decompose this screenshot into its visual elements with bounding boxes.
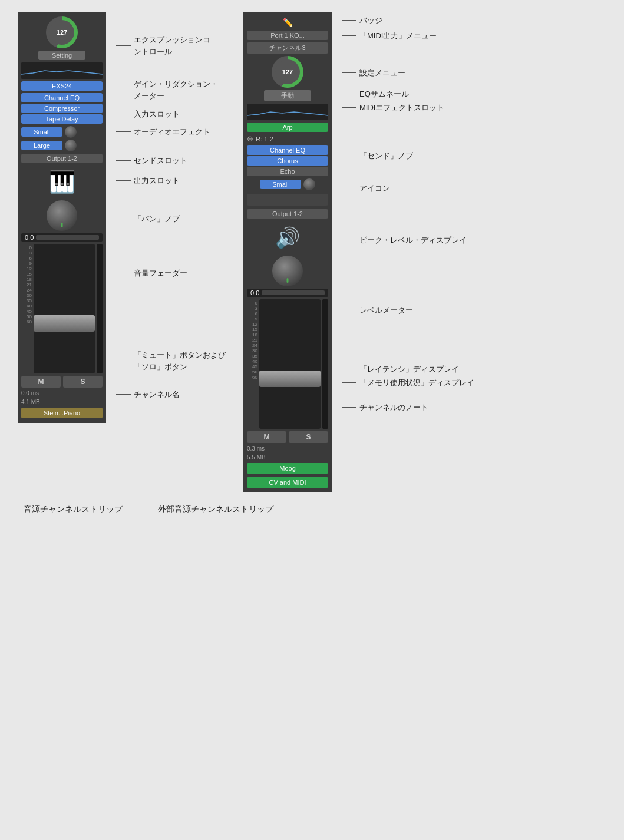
- right-audio-effects-group: Channel EQ Chorus Echo: [247, 145, 328, 176]
- main-container: 127 Setting EXS24 Channel EQ: [0, 0, 624, 527]
- send-row-small: Small: [21, 126, 103, 138]
- right-section: ✏️ Port 1 KO... チャンネル3 127 手動: [243, 12, 474, 492]
- level-meter-left: [97, 244, 103, 373]
- right-send-small[interactable]: Small: [260, 180, 301, 189]
- output-slot[interactable]: Output 1-2: [21, 154, 103, 163]
- eq-thumbnail: [247, 104, 328, 120]
- ann-settings-menu: 設定メニュー: [339, 67, 474, 79]
- speaker-icon: 🔊: [275, 226, 300, 249]
- ann-midi-output: 「MIDI出力」メニュー: [339, 30, 474, 42]
- channel-note[interactable]: CV and MIDI: [247, 477, 328, 488]
- ann-send-slot: センドスロット: [113, 155, 226, 167]
- ann-channel-name: チャンネル名: [113, 389, 226, 401]
- right-expression-value: 127: [275, 59, 300, 84]
- right-fader-track[interactable]: [259, 299, 321, 429]
- send-group: Small Large: [21, 126, 103, 151]
- right-output-slot[interactable]: Output 1-2: [247, 209, 328, 219]
- right-peak-bar: [262, 290, 325, 295]
- link-icon: ⊕: [247, 134, 253, 143]
- instrument-icon: 🎹: [49, 170, 75, 194]
- peak-display: 0.0: [21, 233, 103, 242]
- right-channel-name[interactable]: Moog: [247, 463, 328, 474]
- expression-value: 127: [49, 20, 74, 45]
- icon-area: 🎹: [44, 166, 80, 198]
- ann-eq-thumbnail: EQサムネール: [339, 88, 474, 100]
- right-mute-button[interactable]: M: [247, 431, 286, 443]
- pan-knob[interactable]: [47, 200, 77, 231]
- right-pan-knob[interactable]: [272, 256, 303, 286]
- ann-volume-fader: 音量フェーダー: [113, 267, 226, 279]
- fader-thumb[interactable]: [34, 315, 95, 332]
- mute-solo-row: M S: [21, 376, 103, 388]
- send-knob-large[interactable]: [65, 140, 77, 151]
- expression-knob[interactable]: 127: [46, 16, 78, 48]
- ann-pan-knob: 「パン」ノブ: [113, 213, 226, 225]
- ann-gain-reduction: ゲイン・リダクション・ メーター: [113, 78, 226, 101]
- right-effect-channel-eq[interactable]: Channel EQ: [247, 145, 328, 155]
- memory-display: 4.1 MB: [21, 399, 103, 405]
- setting-button[interactable]: Setting: [38, 51, 85, 60]
- svg-rect-0: [21, 62, 103, 79]
- mute-button[interactable]: M: [21, 376, 61, 388]
- latency-display: 0.0 ms: [21, 390, 103, 396]
- ann-peak-level: ピーク・レベル・ディスプレイ: [339, 234, 474, 246]
- ann-channel-note: チャンネルのノート: [339, 402, 474, 414]
- right-solo-button[interactable]: S: [289, 431, 328, 443]
- right-send-placeholder: [247, 194, 328, 206]
- ann-icon: アイコン: [339, 183, 474, 194]
- ann-send-knob: 「センド」ノブ: [339, 150, 474, 162]
- right-peak-display: 0.0: [247, 289, 328, 297]
- left-channel-strip: 127 Setting EXS24 Channel EQ: [18, 12, 106, 423]
- right-effect-chorus[interactable]: Chorus: [247, 156, 328, 166]
- solo-button[interactable]: S: [63, 376, 103, 388]
- ann-audio-effects: オーディオエフェクト: [113, 126, 226, 138]
- right-effect-echo[interactable]: Echo: [247, 167, 328, 176]
- badge-area: ✏️: [247, 16, 328, 28]
- peak-bar: [36, 235, 99, 240]
- midi-effect-slot[interactable]: Arp: [247, 123, 328, 132]
- right-memory-display: 5.5 MB: [247, 454, 328, 461]
- ann-memory-display: 「メモリ使用状況」ディスプレイ: [339, 377, 474, 389]
- effect-channel-eq[interactable]: Channel EQ: [21, 93, 103, 102]
- ann-badge: バッジ: [339, 15, 474, 27]
- send-large[interactable]: Large: [21, 141, 62, 150]
- right-send-knob[interactable]: [303, 178, 315, 190]
- router-row: ⊕ R: 1-2: [247, 134, 328, 143]
- send-row-large: Large: [21, 140, 103, 151]
- right-peak-value: 0.0: [250, 289, 259, 296]
- expression-knob-container: 127: [21, 16, 103, 48]
- badge-icon: ✏️: [283, 18, 293, 27]
- midi-channel-button[interactable]: チャンネル3: [247, 42, 328, 54]
- effect-tape-delay[interactable]: Tape Delay: [21, 114, 103, 124]
- ann-input-slot: 入力スロット: [113, 108, 226, 120]
- right-icon-area: 🔊: [270, 221, 305, 253]
- right-latency-display: 0.3 ms: [247, 445, 328, 452]
- ann-midi-effect-slot: MIDIエフェクトスロット: [339, 102, 474, 114]
- channel-name[interactable]: Stein...Piano: [21, 408, 103, 418]
- effect-compressor[interactable]: Compressor: [21, 104, 103, 113]
- midi-port-button[interactable]: Port 1 KO...: [247, 31, 328, 40]
- left-section: 127 Setting EXS24 Channel EQ: [18, 12, 226, 492]
- send-small[interactable]: Small: [21, 127, 62, 137]
- right-expression-knob[interactable]: 127: [272, 56, 303, 88]
- fader-area: 0 3 6 9 12 15 18 21 24 30 35 40 45 50: [21, 244, 103, 373]
- router-label: R: 1-2: [256, 135, 273, 143]
- fader-track[interactable]: [34, 244, 95, 373]
- left-page-title: 音源チャンネルストリップ: [24, 504, 123, 515]
- level-meter-right: [322, 299, 328, 429]
- audio-effects-group: Channel EQ Compressor Tape Delay: [21, 93, 103, 124]
- full-layout: 127 Setting EXS24 Channel EQ: [18, 12, 606, 492]
- page-title-row: 音源チャンネルストリップ 外部音源チャンネルストリップ: [18, 504, 606, 515]
- input-slot[interactable]: EXS24: [21, 81, 103, 91]
- right-annotations: バッジ 「MIDI出力」メニュー 設定メニュー EQサムネール: [332, 12, 474, 413]
- send-knob-small[interactable]: [65, 126, 77, 138]
- gain-reduction-meter: [21, 62, 103, 79]
- right-send-row: Small: [260, 178, 315, 190]
- right-expression-knob-container: 127: [247, 56, 328, 88]
- right-fader-scale: 0 3 6 9 12 15 18 21 24 30 35 40 45 50: [247, 299, 257, 429]
- right-setting-button[interactable]: 手動: [264, 90, 311, 101]
- fader-scale: 0 3 6 9 12 15 18 21 24 30 35 40 45 50: [21, 244, 32, 373]
- svg-rect-1: [247, 104, 328, 120]
- right-fader-thumb[interactable]: [259, 371, 321, 387]
- right-page-title: 外部音源チャンネルストリップ: [158, 504, 273, 515]
